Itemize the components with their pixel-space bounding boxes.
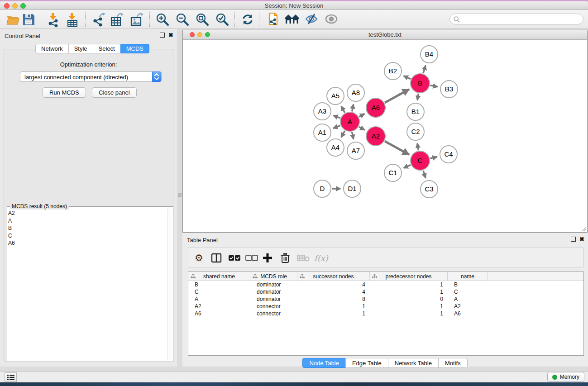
export-network-icon[interactable] (91, 13, 107, 26)
table-cell[interactable]: 1 (370, 288, 448, 295)
edge-A-A6[interactable] (359, 114, 364, 117)
table-cell[interactable]: 1 (297, 303, 370, 310)
zoom-fit-icon[interactable] (196, 13, 211, 26)
table-cell[interactable]: connector (250, 303, 297, 310)
vertical-splitter-handle[interactable] (178, 193, 182, 197)
table-cell[interactable]: A2 (188, 303, 250, 310)
edge-A-A4[interactable] (341, 131, 345, 137)
home-icon[interactable] (284, 13, 300, 26)
edge-A-A8[interactable] (352, 104, 354, 111)
result-scrollbar[interactable] (167, 209, 172, 360)
memory-button[interactable]: Memory (547, 372, 584, 382)
edge-B-B2[interactable] (404, 76, 411, 79)
table-row[interactable]: A2connector11A2 (188, 303, 583, 310)
table-cell[interactable]: dominator (250, 281, 297, 288)
table-cell[interactable]: 8 (297, 295, 370, 303)
column-header-shared-name[interactable]: shared name (188, 272, 250, 281)
edge-C-C2[interactable] (417, 143, 418, 151)
zoom-selected-icon[interactable] (215, 13, 231, 26)
share-session-icon[interactable] (265, 13, 281, 26)
table-row[interactable]: Bdominator41B (188, 281, 583, 288)
export-image-icon[interactable] (129, 13, 145, 26)
edge-A-A5[interactable] (341, 106, 345, 113)
table-cell[interactable]: A6 (448, 310, 488, 317)
column-header-MCDS-role[interactable]: MCDS role (250, 272, 297, 281)
tab-mcds[interactable]: MCDS (120, 44, 149, 53)
column-header-predecessor-nodes[interactable]: predecessor nodes (370, 272, 448, 281)
table-cell[interactable]: 1 (370, 281, 448, 288)
network-window-titlebar[interactable]: testGlobe.txt (183, 29, 587, 40)
tab-edge-table[interactable]: Edge Table (345, 358, 388, 368)
table-row[interactable]: Cdominator41C (188, 288, 583, 295)
table-cell[interactable]: A (448, 295, 488, 303)
column-header-successor-nodes[interactable]: successor nodes (297, 272, 370, 281)
column-split-icon[interactable] (211, 252, 222, 264)
tab-node-table[interactable]: Node Table (302, 358, 346, 368)
close-panel-icon[interactable]: ✖ (168, 33, 173, 38)
table-row[interactable]: A6connector11A6 (188, 310, 583, 317)
float-panel-icon[interactable] (160, 33, 165, 38)
function-builder-icon[interactable]: f(x) (314, 252, 328, 264)
float-table-panel-icon[interactable] (571, 237, 576, 242)
edge-B-B4[interactable] (423, 66, 425, 73)
node-table[interactable]: shared nameMCDS rolesuccessor nodesprede… (188, 272, 584, 356)
run-mcds-button[interactable]: Run MCDS (43, 87, 86, 98)
zoom-out-icon[interactable] (176, 13, 191, 26)
table-cell[interactable]: C (448, 288, 488, 295)
table-cell[interactable]: dominator (250, 295, 297, 303)
delete-row-icon[interactable] (280, 252, 290, 264)
network-graph-canvas[interactable]: AA1A3A5A8A6A2A4A7BB1B2B3B4CC1C2C3C4DD1 (183, 40, 587, 232)
result-item[interactable]: C (8, 232, 15, 240)
close-table-panel-icon[interactable]: ✖ (579, 237, 584, 242)
table-cell[interactable]: 1 (370, 303, 448, 310)
import-table-icon[interactable] (65, 13, 81, 26)
table-cell[interactable]: A (188, 295, 250, 303)
result-item[interactable]: B (8, 224, 15, 232)
export-table-icon[interactable] (110, 13, 125, 26)
table-cell[interactable]: B (188, 281, 250, 288)
search-input[interactable] (462, 14, 579, 24)
zoom-in-icon[interactable] (156, 13, 171, 26)
edge-A-A1[interactable] (333, 125, 340, 128)
result-item[interactable]: A (8, 217, 15, 225)
tab-motifs[interactable]: Motifs (438, 358, 468, 368)
table-cell[interactable]: 0 (370, 295, 448, 303)
tab-select[interactable]: Select (93, 44, 121, 53)
open-file-icon[interactable] (5, 13, 21, 26)
task-history-button[interactable] (5, 372, 17, 382)
search-box[interactable] (449, 14, 583, 24)
result-item[interactable]: A2 (8, 210, 15, 217)
import-network-icon[interactable] (46, 13, 62, 26)
table-cell[interactable]: A2 (448, 303, 488, 310)
edge-A-A7[interactable] (352, 132, 354, 139)
table-cell[interactable]: dominator (250, 288, 297, 295)
close-panel-button[interactable]: Close panel (92, 87, 137, 98)
table-settings-icon[interactable]: ⚙ (195, 252, 203, 264)
edge-C-C3[interactable] (423, 171, 425, 178)
deselect-all-icon[interactable] (245, 252, 258, 264)
delete-table-icon[interactable] (297, 252, 310, 264)
mcds-result-list[interactable]: A2ABCA6 (8, 210, 15, 247)
table-cell[interactable]: C (188, 288, 250, 295)
resize-grip-icon[interactable] (581, 226, 587, 232)
tab-network[interactable]: Network (35, 44, 69, 53)
table-cell[interactable]: connector (250, 310, 297, 317)
edge-B-B1[interactable] (417, 94, 418, 100)
table-row[interactable]: Adominator80A (188, 295, 583, 303)
result-item[interactable]: A6 (8, 239, 15, 247)
table-cell[interactable]: 1 (370, 310, 448, 317)
save-session-icon[interactable] (22, 13, 37, 26)
table-cell[interactable]: 4 (297, 288, 370, 295)
tab-style[interactable]: Style (68, 44, 93, 53)
edge-C-C1[interactable] (404, 165, 411, 168)
edge-A-A2[interactable] (359, 127, 365, 130)
select-all-icon[interactable] (228, 252, 241, 264)
optimization-criterion-dropdown[interactable]: largest connected component (directed) (20, 71, 162, 82)
table-cell[interactable]: B (448, 281, 488, 288)
tab-network-table[interactable]: Network Table (388, 358, 439, 368)
table-cell[interactable]: 4 (297, 281, 370, 288)
hide-panel-icon[interactable] (304, 13, 320, 26)
edge-A-A3[interactable] (333, 115, 340, 118)
show-panel-icon[interactable] (324, 13, 339, 26)
add-row-icon[interactable] (263, 252, 272, 264)
